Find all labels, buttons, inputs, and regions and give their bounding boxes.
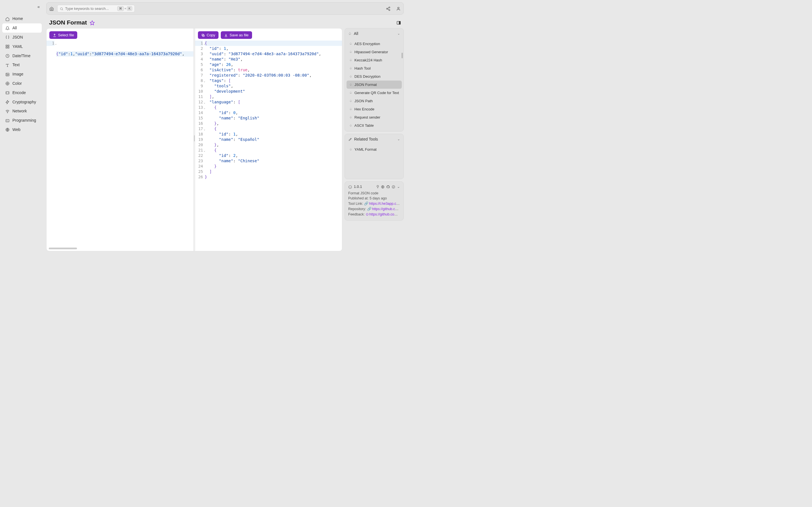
collapse-sidebar-button[interactable]: « xyxy=(38,4,40,9)
info-icon xyxy=(348,184,352,189)
horizontal-scrollbar[interactable] xyxy=(49,247,191,250)
sidebar-item-yaml[interactable]: YAML xyxy=(2,42,42,51)
info-desc: Format JSON code xyxy=(348,191,400,195)
rail-item-ascii-table[interactable]: ♤ASCII Table xyxy=(347,121,402,129)
output-code-area[interactable]: 1⌄2345678⌄9101112⌄13⌄14151617⌄18192021⌄2… xyxy=(195,41,342,251)
select-file-button[interactable]: Select file xyxy=(49,31,77,39)
color-icon xyxy=(5,81,10,86)
sidebar-item-color[interactable]: Color xyxy=(2,79,42,88)
rail-item-htpasswd-generator[interactable]: ♤Htpasswd Generator xyxy=(347,48,402,56)
sidebar-item-cryptography[interactable]: Cryptography xyxy=(2,97,42,107)
info-repository[interactable]: Repository: 🔗https://github.com/… xyxy=(348,207,400,211)
pin-icon: ♤ xyxy=(349,66,352,70)
all-tools-title: All xyxy=(354,31,358,36)
pin-icon: ♤ xyxy=(349,58,352,62)
sidebar-item-home[interactable]: Home xyxy=(2,14,42,23)
rail-item-yaml-format[interactable]: ♤YAML Format xyxy=(347,145,402,154)
sidebar-item-label: YAML xyxy=(12,44,23,49)
info-tool-link[interactable]: Tool Link: 🔗https://t.he3app.co… xyxy=(348,202,400,206)
pin-icon: ♤ xyxy=(349,50,352,54)
rail-item-json-format[interactable]: ♤JSON Format xyxy=(347,80,402,89)
svg-point-29 xyxy=(392,186,395,188)
rail-item-label: JSON Format xyxy=(354,82,377,87)
sidebar-item-date-time[interactable]: Date/Time xyxy=(2,51,42,60)
info-published: Published at: 5 days ago xyxy=(348,196,400,200)
json-icon xyxy=(5,35,10,40)
related-tools-card: Related Tools ⌄ ♤YAML Format xyxy=(345,134,404,179)
pin-icon: ♤ xyxy=(349,75,352,78)
copy-button[interactable]: Copy xyxy=(198,31,218,39)
kbd-plus: + xyxy=(124,7,126,10)
copy-icon xyxy=(201,33,205,37)
rail-item-label: Keccak224 Hash xyxy=(354,58,382,62)
rail-item-label: ASCII Table xyxy=(354,123,373,128)
input-code-area[interactable]: 1⌄ {"id":1,"uuid":"3d877494-e7d4-48e3-aa… xyxy=(47,41,193,247)
rail-item-generate-qr-code-for-text[interactable]: ♤Generate QR Code for Text xyxy=(347,89,402,97)
image-icon xyxy=(5,72,10,76)
rail-item-label: Htpasswd Generator xyxy=(354,50,388,54)
svg-rect-22 xyxy=(399,21,400,24)
chevron-down-icon[interactable]: ⌄ xyxy=(397,184,400,189)
github-icon[interactable] xyxy=(386,184,390,189)
rail-item-json-path[interactable]: ♤JSON Path xyxy=(347,97,402,105)
svg-point-9 xyxy=(7,113,7,113)
rail-scrollbar[interactable] xyxy=(402,53,403,58)
output-editor: Copy Save as file 1⌄2345678⌄9101112⌄13⌄1… xyxy=(195,29,342,251)
share-icon[interactable] xyxy=(386,6,391,11)
info-feedback[interactable]: Feedback: ⊙https://github.com/… xyxy=(348,212,400,216)
bell-icon xyxy=(5,25,10,31)
rail-item-des-decryption[interactable]: ♤DES Decryption xyxy=(347,72,402,80)
sidebar-item-web[interactable]: Web xyxy=(2,125,42,134)
editor-panel: Select file 1⌄ {"id":1,"uuid":"3d877494-… xyxy=(46,28,342,251)
sidebar-item-all[interactable]: All xyxy=(2,23,42,33)
user-icon[interactable] xyxy=(396,6,401,11)
tools-icon xyxy=(348,137,352,141)
sidebar-item-image[interactable]: Image xyxy=(2,69,42,79)
right-rail: ♤ All ⌄ ♤AES Encryption♤Htpasswd Generat… xyxy=(345,28,404,251)
kbd-k: K xyxy=(127,6,132,11)
version-text: 1.0.1 xyxy=(354,184,362,189)
search-box[interactable]: ⌘ + K xyxy=(57,5,135,12)
rail-item-hex-encode[interactable]: ♤Hex Encode xyxy=(347,105,402,113)
svg-point-19 xyxy=(398,7,399,8)
check-circle-icon[interactable] xyxy=(392,184,395,189)
save-as-file-button[interactable]: Save as file xyxy=(221,31,252,39)
rail-item-request-sender[interactable]: ♤Request sender xyxy=(347,113,402,121)
sidebar-item-label: Date/Time xyxy=(12,54,31,58)
clock-icon xyxy=(5,53,10,58)
upload-icon xyxy=(53,33,56,37)
svg-point-6 xyxy=(6,74,7,75)
sidebar-item-json[interactable]: JSON xyxy=(2,33,42,42)
toggle-right-panel-button[interactable] xyxy=(396,20,401,25)
rail-item-label: Request sender xyxy=(354,115,380,119)
sidebar-item-programming[interactable]: Programming xyxy=(2,116,42,125)
all-tools-header[interactable]: ♤ All ⌄ xyxy=(345,29,403,39)
sidebar-item-network[interactable]: Network xyxy=(2,107,42,116)
sidebar-item-text[interactable]: Text xyxy=(2,60,42,69)
svg-point-14 xyxy=(389,7,390,8)
globe-icon[interactable] xyxy=(381,184,385,189)
save-as-file-label: Save as file xyxy=(230,33,248,37)
code-icon xyxy=(5,118,10,123)
rail-item-label: YAML Format xyxy=(354,147,377,152)
rail-item-hash-tool[interactable]: ♤Hash Tool xyxy=(347,64,402,72)
rail-item-keccak-hash[interactable]: ♤Keccak224 Hash xyxy=(347,56,402,64)
sidebar-item-encode[interactable]: Encode xyxy=(2,88,42,97)
pin-icon: ♤ xyxy=(349,42,352,46)
main-area: ⌘ + K JSON Format xyxy=(44,0,406,253)
related-tools-header[interactable]: Related Tools ⌄ xyxy=(345,134,403,144)
home-button[interactable] xyxy=(49,6,54,11)
sidebar-item-label: Image xyxy=(12,72,23,76)
page-header: JSON Format xyxy=(46,17,404,26)
rail-item-label: Hash Tool xyxy=(354,66,371,70)
search-input[interactable] xyxy=(65,6,116,11)
favorite-button[interactable] xyxy=(90,20,95,25)
network-icon xyxy=(5,109,10,114)
search-icon xyxy=(60,6,63,10)
page-title: JSON Format xyxy=(49,19,87,26)
plug-icon[interactable]: ⚲ xyxy=(376,184,379,189)
svg-rect-1 xyxy=(8,45,9,46)
pin-icon: ♤ xyxy=(349,107,352,111)
rail-item-aes-encryption[interactable]: ♤AES Encryption xyxy=(347,40,402,48)
sidebar-item-label: All xyxy=(12,25,17,30)
